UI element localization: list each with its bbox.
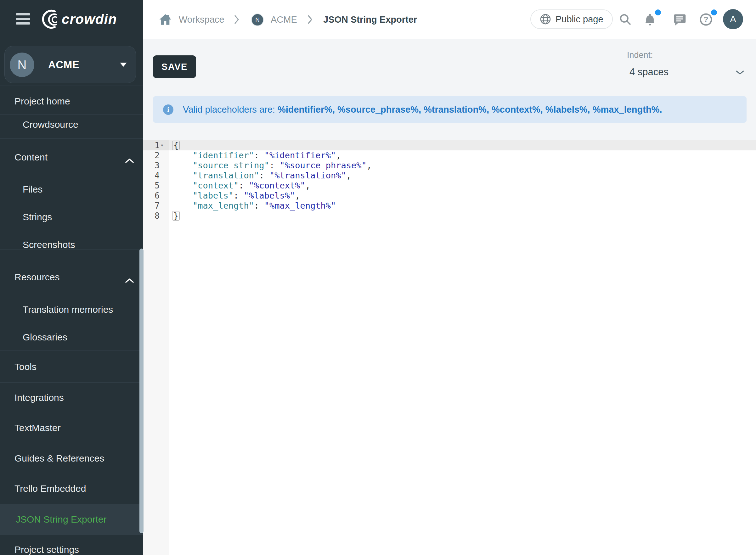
messages-icon[interactable] (673, 12, 687, 28)
code-line[interactable]: 1▾ { (143, 140, 756, 151)
sidebar-item-project-settings[interactable]: Project settings (0, 538, 143, 555)
indent-value: 4 spaces (629, 63, 669, 81)
hamburger-menu-icon[interactable] (16, 13, 30, 25)
info-icon: i (163, 104, 173, 115)
indent-label: Indent: (627, 50, 653, 60)
help-icon[interactable]: ? (699, 12, 713, 28)
divider (0, 535, 143, 535)
indent-select[interactable]: 4 spaces (627, 63, 747, 81)
org-name: ACME (48, 46, 79, 83)
sidebar-item-trello-embedded[interactable]: Trello Embedded (0, 477, 143, 500)
line-number: 8 (155, 211, 160, 220)
caret-down-icon (120, 62, 127, 67)
line-number: 7 (155, 201, 160, 211)
save-button[interactable]: SAVE (153, 55, 196, 78)
org-selector[interactable]: N ACME (4, 46, 136, 83)
code-editor[interactable]: 1▾ { 2 "identifier": "%identifier%", 3 "… (143, 140, 756, 555)
close-brace: } (172, 211, 180, 220)
sidebar-item-files[interactable]: Files (0, 178, 143, 201)
sidebar-item-content[interactable]: Content (0, 146, 143, 169)
user-avatar[interactable]: A (723, 9, 743, 29)
breadcrumb-workspace[interactable]: Workspace (179, 0, 224, 39)
divider (0, 413, 143, 413)
code-line[interactable]: 7 "max_length": "%max_length%" (143, 201, 756, 211)
notification-badge (655, 9, 661, 15)
divider (0, 382, 143, 383)
breadcrumb-project-avatar[interactable]: N (251, 13, 264, 26)
info-banner: i Valid placeholders are: %identifier%, … (153, 96, 747, 123)
crowdin-app: crowdin N ACME Project home Crowdsource … (0, 0, 756, 555)
crowdin-logo[interactable]: crowdin (38, 7, 133, 32)
sidebar-item-integrations[interactable]: Integrations (0, 386, 143, 409)
sidebar-item-json-string-exporter[interactable]: JSON String Exporter (0, 504, 143, 535)
divider (0, 138, 143, 139)
chevron-down-icon (736, 71, 744, 76)
code-line[interactable]: 4 "translation": "%translation%", (143, 171, 756, 181)
globe-icon (540, 13, 551, 25)
chevron-up-icon (125, 155, 134, 166)
code-line[interactable]: 2 "identifier": "%identifier%", (143, 151, 756, 161)
line-number: 4 (155, 171, 160, 180)
chevron-right-icon (307, 14, 313, 26)
top-bar: Workspace N ACME JSON String Exporter Pu… (143, 0, 756, 39)
line-number: 2 (155, 151, 160, 160)
banner-text: Valid placeholders are: %identifier%, %s… (183, 104, 662, 115)
line-number: 3 (155, 161, 160, 170)
svg-text:crowdin: crowdin (62, 11, 117, 27)
sidebar-scrollbar[interactable] (139, 249, 143, 533)
code-line[interactable]: 8 } (143, 211, 756, 221)
chevron-up-icon (125, 275, 134, 285)
page-title: JSON String Exporter (323, 0, 417, 39)
sidebar-item-guides-references[interactable]: Guides & References (0, 447, 143, 470)
sidebar: crowdin N ACME Project home Crowdsource … (0, 0, 143, 555)
svg-text:?: ? (704, 15, 709, 24)
divider (0, 86, 143, 86)
sidebar-item-project-home[interactable]: Project home (0, 90, 143, 113)
public-page-button[interactable]: Public page (530, 9, 613, 29)
code-line[interactable]: 3 "source_string": "%source_phrase%", (143, 161, 756, 171)
sidebar-item-screenshots[interactable]: Screenshots (0, 233, 143, 256)
sidebar-item-strings[interactable]: Strings (0, 206, 143, 229)
search-icon[interactable] (619, 12, 632, 27)
sidebar-item-textmaster[interactable]: TextMaster (0, 416, 143, 439)
open-brace: { (172, 141, 180, 150)
line-number: 6 (155, 191, 160, 201)
code-line[interactable]: 5 "context": "%context%", (143, 181, 756, 191)
sidebar-item-crowdsource[interactable]: Crowdsource (0, 113, 143, 136)
notifications-bell-icon[interactable] (643, 12, 657, 28)
org-avatar: N (10, 52, 34, 77)
divider (0, 250, 143, 250)
sidebar-item-translation-memories[interactable]: Translation memories (0, 298, 143, 321)
help-badge (711, 9, 717, 15)
fold-arrow-icon[interactable]: ▾ (161, 140, 165, 151)
home-icon[interactable] (159, 13, 172, 27)
sidebar-item-resources[interactable]: Resources (0, 265, 143, 289)
line-number: 5 (155, 181, 160, 190)
divider (0, 350, 143, 350)
main-content: SAVE Indent: 4 spaces i Valid placeholde… (143, 39, 756, 555)
line-number: 1 (155, 141, 160, 150)
sidebar-item-tools[interactable]: Tools (0, 355, 143, 379)
chevron-right-icon (234, 14, 240, 26)
breadcrumb-project[interactable]: ACME (271, 0, 297, 39)
sidebar-item-glossaries[interactable]: Glossaries (0, 326, 143, 349)
code-line[interactable]: 6 "labels": "%labels%", (143, 191, 756, 201)
